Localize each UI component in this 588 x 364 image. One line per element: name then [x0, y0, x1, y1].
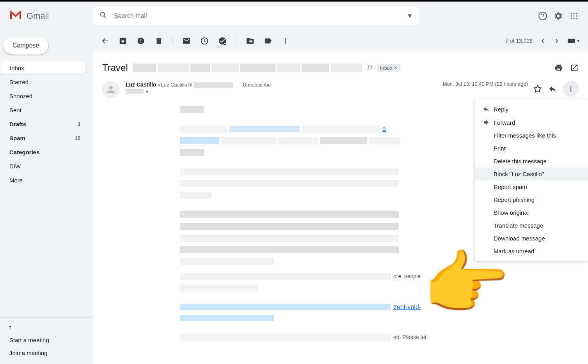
- menu-show-original[interactable]: Show original: [475, 206, 588, 219]
- menu-report-phishing[interactable]: Report phishing: [475, 193, 588, 206]
- body-link[interactable]: ttent-void-: [393, 304, 421, 311]
- meet-section: t Start a meeting Join a meeting: [0, 317, 93, 364]
- menu-label: Forward: [494, 119, 515, 126]
- more-icon[interactable]: [282, 37, 290, 45]
- menu-forward[interactable]: Forward: [475, 116, 588, 129]
- subject: Travel: [102, 62, 128, 73]
- add-task-icon[interactable]: [218, 37, 227, 45]
- start-meeting[interactable]: Start a meeting: [0, 334, 93, 346]
- sidebar: Compose Inbox Starred Snoozed Sent Draft…: [0, 30, 93, 364]
- sidebar-item-more[interactable]: More: [0, 173, 87, 187]
- menu-print[interactable]: Print: [475, 142, 588, 155]
- menu-label: Translate message: [494, 222, 543, 229]
- sidebar-item-sent[interactable]: Sent: [0, 103, 87, 117]
- menu-label: Download message: [494, 235, 545, 242]
- menu-translate[interactable]: Translate message: [475, 219, 588, 232]
- archive-icon[interactable]: [119, 37, 127, 45]
- support-icon[interactable]: [538, 11, 547, 21]
- svg-point-2: [571, 13, 572, 14]
- sidebar-item-label: Starred: [9, 79, 28, 85]
- input-icon[interactable]: ▼: [567, 38, 580, 44]
- menu-reply[interactable]: Reply: [475, 102, 588, 116]
- svg-marker-13: [534, 85, 541, 92]
- sidebar-item-label: Sent: [9, 107, 21, 113]
- sidebar-item-inbox[interactable]: Inbox: [0, 61, 87, 75]
- print-icon[interactable]: [554, 64, 563, 72]
- menu-label: Block "Luz Castillo": [494, 171, 544, 177]
- context-menu: Reply Forward Filter messages like this …: [475, 99, 588, 261]
- more-options-button[interactable]: [563, 81, 579, 97]
- menu-label: Report spam: [494, 184, 527, 190]
- svg-point-4: [576, 13, 577, 14]
- next-icon[interactable]: [553, 37, 561, 45]
- move-icon[interactable]: [246, 37, 254, 45]
- avatar[interactable]: [102, 81, 119, 98]
- search-box[interactable]: ▼: [93, 7, 419, 25]
- delete-icon[interactable]: [155, 37, 163, 45]
- menu-label: Delete this message: [494, 158, 547, 164]
- reply-arrow-icon: [483, 106, 494, 113]
- blurred-email-domain: [194, 82, 233, 88]
- blurred-subject: [133, 64, 362, 72]
- svg-point-3: [573, 13, 574, 14]
- back-icon[interactable]: [101, 37, 109, 45]
- menu-label: Filter messages like this: [494, 132, 556, 139]
- divider: [172, 37, 173, 45]
- popout-icon[interactable]: [570, 64, 579, 72]
- menu-block[interactable]: Block "Luz Castillo": [475, 168, 588, 180]
- menu-filter[interactable]: Filter messages like this: [475, 129, 588, 142]
- prev-icon[interactable]: [539, 37, 547, 45]
- label-text: Inbox: [380, 65, 393, 71]
- sender-name: Luz Castillo: [126, 81, 156, 88]
- sidebar-item-label: Inbox: [10, 65, 24, 71]
- gmail-logo-icon: [9, 11, 22, 21]
- compose-button[interactable]: Compose: [3, 37, 48, 55]
- menu-label: Print: [494, 145, 506, 152]
- search-icon: [99, 11, 108, 21]
- join-meeting[interactable]: Join a meeting: [0, 346, 93, 359]
- sidebar-item-label: Drafts: [9, 121, 26, 127]
- sidebar-item-label: Spam: [9, 135, 25, 141]
- unsubscribe-link[interactable]: Unsubscribe: [243, 82, 271, 88]
- header: Gmail ▼: [0, 2, 588, 30]
- spam-count: 15: [75, 135, 80, 141]
- logo-area[interactable]: Gmail: [9, 11, 93, 21]
- recipient-dropdown-icon[interactable]: ▼: [145, 90, 149, 94]
- labels-icon[interactable]: [264, 37, 272, 45]
- sidebar-item-categories[interactable]: Categories: [0, 145, 87, 159]
- blurred-recipient: [126, 89, 144, 94]
- label-tag[interactable]: Inbox ×: [377, 64, 400, 72]
- divider: [236, 37, 236, 45]
- sidebar-item-diw[interactable]: DIW: [0, 159, 87, 173]
- menu-delete[interactable]: Delete this message: [475, 155, 588, 168]
- snooze-icon[interactable]: [200, 37, 209, 45]
- sidebar-item-snoozed[interactable]: Snoozed: [0, 89, 87, 103]
- svg-rect-12: [568, 39, 575, 43]
- reply-icon[interactable]: [548, 85, 557, 93]
- report-spam-icon[interactable]: [137, 37, 145, 45]
- sidebar-item-label: DIW: [9, 163, 21, 170]
- menu-label: Report phishing: [494, 196, 535, 203]
- svg-point-7: [576, 15, 577, 16]
- sidebar-item-starred[interactable]: Starred: [0, 75, 87, 89]
- drafts-count: 3: [78, 121, 80, 127]
- search-input[interactable]: [114, 12, 407, 19]
- sidebar-item-drafts[interactable]: Drafts 3: [0, 117, 87, 131]
- search-options-icon[interactable]: ▼: [407, 12, 413, 19]
- body-text: ed. Please let: [393, 334, 426, 340]
- label-remove-icon[interactable]: ×: [394, 65, 397, 71]
- body-link[interactable]: a: [382, 125, 386, 133]
- apps-icon[interactable]: [569, 11, 579, 21]
- sidebar-item-label: Snoozed: [9, 93, 32, 99]
- menu-report-spam[interactable]: Report spam: [475, 180, 588, 193]
- body-text: ore, people: [393, 273, 421, 279]
- mark-unread-icon[interactable]: [182, 37, 191, 45]
- svg-point-10: [576, 18, 577, 19]
- settings-icon[interactable]: [554, 11, 563, 21]
- star-icon[interactable]: [533, 85, 542, 93]
- menu-download[interactable]: Download message: [475, 232, 588, 245]
- important-icon[interactable]: [367, 64, 374, 72]
- forward-arrow-icon: [483, 119, 494, 126]
- menu-mark-unread[interactable]: Mark as unread: [475, 245, 588, 258]
- sidebar-item-spam[interactable]: Spam 15: [0, 131, 87, 145]
